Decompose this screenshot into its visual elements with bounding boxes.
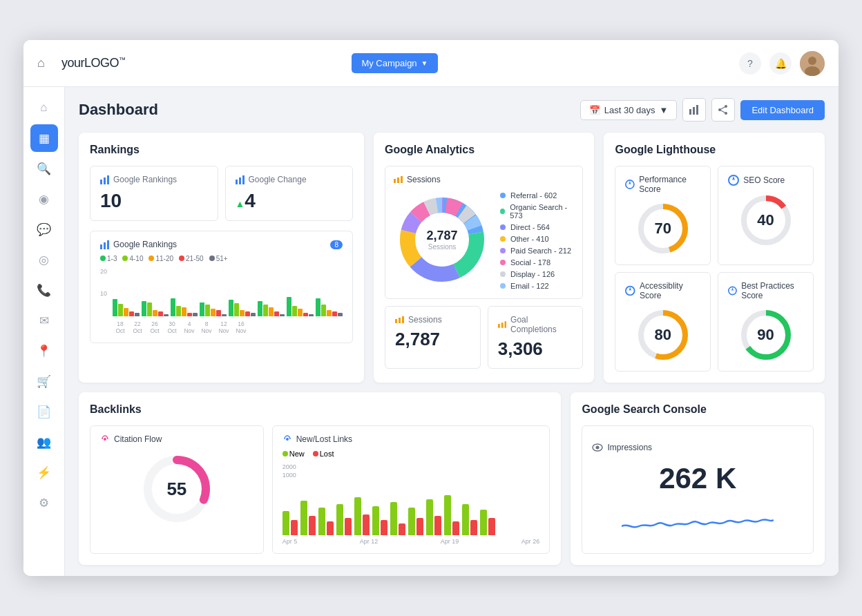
best-practices-icon [728,285,737,296]
svg-rect-34 [402,316,404,323]
svg-line-10 [720,110,726,113]
chevron-down-icon: ▼ [421,59,428,67]
svg-line-9 [720,106,726,110]
help-button[interactable]: ? [739,52,761,75]
bar-chart-icon [100,175,109,184]
google-rankings-card: Google Rankings 10 [90,166,218,221]
trend-icon [236,175,245,184]
svg-rect-32 [395,319,397,323]
svg-rect-20 [394,179,396,183]
calendar-icon: 📅 [589,105,600,115]
gsc-title: Google Search Console [582,403,814,416]
svg-rect-37 [504,321,506,327]
sidebar-item-location[interactable]: 📍 [30,337,58,365]
page-title: Dashboard [79,101,580,119]
sessions-icon [394,176,403,183]
citation-icon [100,434,110,444]
impressions-card: Impressions 262 K [582,425,814,554]
sidebar-item-settings[interactable]: ⚙ [30,489,58,517]
svg-rect-17 [100,244,102,249]
svg-rect-3 [689,109,691,115]
impressions-value: 262 K [659,462,736,495]
sessions-legend: Referral - 602 Organic Search - 573 Dire… [500,191,574,290]
rankings-chart-card: Google Rankings 8 1-3 4-10 11-20 21-50 5… [90,231,353,343]
svg-rect-13 [107,175,109,184]
svg-rect-21 [397,177,399,183]
rankings-card: Rankings Google Rankings 10 [79,133,364,383]
newlost-chart [282,480,540,535]
analytics-title: Google Analytics [385,144,583,156]
seo-icon [728,175,739,186]
avatar[interactable] [800,51,825,76]
backlinks-inner: Citation Flow 55 [90,425,550,554]
newlost-x-labels: Apr 5Apr 12Apr 19Apr 26 [282,538,540,545]
lighthouse-grid: Performance Score 70 [615,166,814,372]
svg-rect-19 [107,240,109,249]
svg-rect-5 [696,105,698,115]
citation-flow-card: Citation Flow 55 [90,425,264,554]
svg-rect-4 [693,107,695,115]
lighthouse-icon [625,179,635,190]
svg-rect-15 [239,177,241,184]
notification-button[interactable]: 🔔 [769,52,792,75]
svg-point-55 [596,446,600,450]
sidebar-item-calls[interactable]: 📞 [30,276,58,304]
backlinks-title: Backlinks [90,403,550,416]
chart-icon-button[interactable] [682,98,706,122]
google-analytics-card: Google Analytics Sessions [374,133,594,383]
svg-point-53 [286,438,289,441]
sidebar-item-dashboard[interactable]: ▦ [30,124,58,152]
goal-completions-card: Goal Completions 3,306 [488,306,584,369]
x-axis-labels: 18 Oct 22 Oct 26 Oct 30 Oct 4 Nov 8 Nov … [100,320,343,334]
newlost-card: New/Lost Links New Lost 2000 1000 [272,425,550,554]
svg-rect-35 [498,324,500,328]
lighthouse-title: Google Lighthouse [615,144,814,156]
sessions-stats: Sessions 2,787 Goal Completions 3,306 [385,306,583,369]
performance-score-card: Performance Score 70 [615,166,711,265]
date-range-button[interactable]: 📅 Last 30 days ▼ [580,100,678,120]
edit-dashboard-button[interactable]: Edit Dashboard [740,100,825,120]
share-icon-button[interactable] [711,98,735,122]
sessions-stat-icon [395,316,404,323]
sessions-header: Sessions [394,175,574,184]
sessions-chart: 2,787 Sessions Referral - 602 Organic Se… [394,191,574,290]
sidebar-item-search[interactable]: 🔍 [30,155,58,182]
sidebar-item-integrations[interactable]: ⚡ [30,459,58,486]
sidebar-item-comments[interactable]: 💬 [30,215,58,243]
sidebar-item-home[interactable]: ⌂ [30,94,58,122]
accessibility-score-card: Accessiblity Score 80 [615,272,711,372]
gsc-card: Google Search Console Impressions 262 K [571,392,825,565]
chart-legend: 1-3 4-10 11-20 21-50 51+ [100,255,343,262]
citation-donut: 55 [139,451,215,527]
google-change-card: Google Change ▲4 [225,166,354,221]
logo: yourLOGO™ [61,56,341,70]
svg-rect-36 [501,323,503,328]
sidebar-item-ecommerce[interactable]: 🛒 [30,367,58,395]
newlost-icon [282,434,292,444]
svg-rect-22 [401,176,403,183]
sidebar-item-users[interactable]: 👥 [30,428,58,456]
rankings-bar-chart [100,268,343,316]
chevron-down-icon: ▼ [660,105,669,115]
seo-score-card: SEO Score 40 [718,166,814,265]
newlost-legend: New Lost [282,450,540,458]
sidebar-item-email[interactable]: ✉ [30,307,58,334]
home-icon[interactable]: ⌂ [37,56,45,70]
backlinks-card: Backlinks Citation Flow [79,392,561,565]
chart-icon [100,240,109,249]
svg-rect-14 [236,180,238,184]
impressions-wave [622,502,774,537]
svg-point-50 [104,438,106,441]
rankings-title: Rankings [90,144,353,156]
sessions-stat-card: Sessions 2,787 [385,306,481,369]
goal-icon [498,321,506,328]
svg-rect-12 [104,177,106,184]
accessibility-icon [625,285,635,296]
sidebar-item-analytics[interactable]: ◉ [30,185,58,213]
sidebar-item-targeting[interactable]: ◎ [30,246,58,273]
svg-rect-16 [242,175,245,184]
sidebar: ⌂ ▦ 🔍 ◉ 💬 ◎ 📞 ✉ 📍 🛒 📄 👥 ⚡ ⚙ [23,87,65,576]
lighthouse-card: Google Lighthouse Performance Score [604,133,825,383]
sidebar-item-reports[interactable]: 📄 [30,398,58,425]
campaign-button[interactable]: My Campaign ▼ [352,53,437,73]
